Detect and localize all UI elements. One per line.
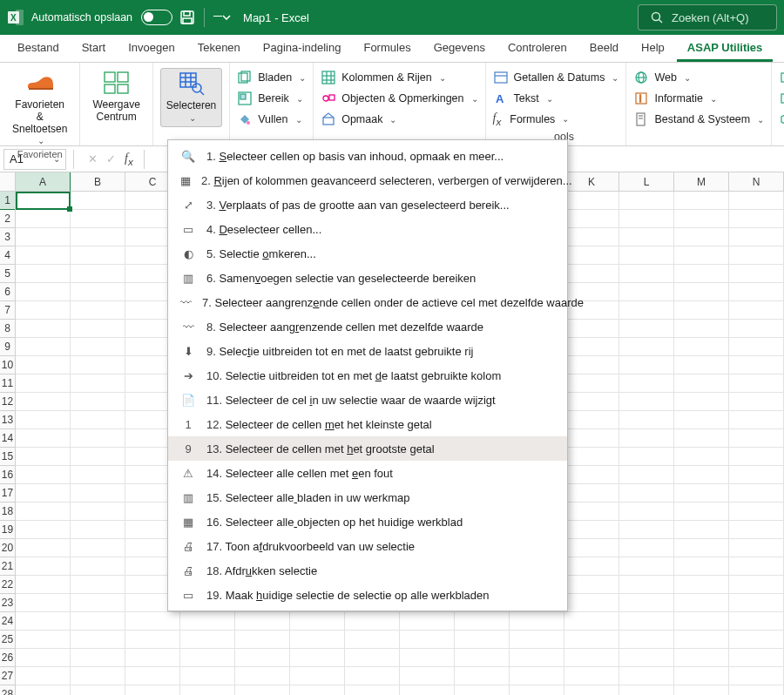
menu-item-10[interactable]: ➔10. Selectie uitbreiden tot en met de l… (168, 363, 567, 388)
cell[interactable] (564, 539, 619, 557)
cell[interactable] (290, 685, 345, 695)
cell[interactable] (71, 411, 125, 429)
cell[interactable] (619, 374, 674, 393)
cell[interactable] (71, 466, 125, 484)
menu-item-15[interactable]: ▥15. Selecteer alle bladen in uw werkmap (168, 485, 567, 509)
cell[interactable] (400, 612, 455, 631)
menu-item-6[interactable]: ▥6. Samenvoegen selectie van geselecteer… (168, 266, 567, 290)
row-header[interactable]: 25 (0, 631, 15, 649)
cell[interactable] (674, 612, 729, 631)
cancel-icon[interactable]: ✕ (88, 152, 98, 165)
cell[interactable] (71, 374, 125, 393)
ribbon-item-vullen[interactable]: Vullen ⌄ (237, 111, 306, 127)
menu-item-5[interactable]: ◐5. Selectie omkeren... (168, 241, 567, 266)
row-header[interactable]: 10 (0, 356, 15, 374)
cell[interactable] (564, 667, 619, 685)
cell[interactable] (619, 210, 674, 228)
tab-asap-utilities[interactable]: ASAP Utilities (677, 36, 773, 62)
cell[interactable] (729, 411, 784, 429)
row-header[interactable]: 11 (0, 374, 15, 393)
cell[interactable] (16, 557, 71, 576)
cell[interactable] (71, 631, 125, 649)
cell[interactable] (564, 612, 619, 631)
cell[interactable] (729, 503, 784, 521)
cell[interactable] (71, 667, 125, 685)
cell[interactable] (16, 576, 71, 594)
cell[interactable] (455, 612, 510, 631)
cell[interactable] (619, 594, 674, 612)
cell[interactable] (729, 320, 784, 338)
cell[interactable] (290, 612, 345, 631)
cell[interactable] (564, 448, 619, 466)
row-header[interactable]: 1 (0, 192, 15, 210)
cell[interactable] (674, 283, 729, 301)
tab-start[interactable]: Start (71, 36, 116, 62)
column-header[interactable]: B (71, 172, 125, 192)
cell[interactable] (455, 685, 510, 695)
cell[interactable] (71, 521, 125, 539)
cell[interactable] (125, 667, 180, 685)
row-header[interactable]: 19 (0, 521, 15, 539)
cell[interactable] (71, 557, 125, 576)
tab-tekenen[interactable]: Tekenen (187, 36, 251, 62)
autosave-toggle[interactable]: Automatisch opslaan (31, 10, 172, 25)
cell[interactable] (619, 338, 674, 356)
select-all-corner[interactable] (0, 172, 16, 192)
cell[interactable] (729, 393, 784, 411)
cell[interactable] (729, 612, 784, 631)
cell[interactable] (400, 667, 455, 685)
cell[interactable] (16, 301, 71, 320)
row-header[interactable]: 23 (0, 594, 15, 612)
cell[interactable] (729, 576, 784, 594)
ribbon-item-kolommen-rijen[interactable]: Kolommen & Rijen ⌄ (321, 70, 477, 85)
cell[interactable] (16, 521, 71, 539)
cell[interactable] (674, 192, 729, 210)
cell[interactable] (564, 466, 619, 484)
cell[interactable] (674, 631, 729, 649)
cell[interactable] (71, 612, 125, 631)
ribbon-item-bladen[interactable]: Bladen ⌄ (237, 70, 306, 85)
ribbon-item-bestand-systeem[interactable]: Bestand & Systeem ⌄ (633, 111, 764, 127)
search-box[interactable]: Zoeken (Alt+Q) (638, 4, 777, 30)
cell[interactable] (674, 356, 729, 374)
cell[interactable] (619, 356, 674, 374)
cell[interactable] (71, 649, 125, 667)
cell[interactable] (674, 667, 729, 685)
cell[interactable] (16, 265, 71, 283)
fx-icon[interactable]: fx (125, 152, 137, 167)
ribbon-item-bereik[interactable]: Bereik ⌄ (237, 91, 306, 106)
cell[interactable] (619, 301, 674, 320)
cell[interactable] (564, 411, 619, 429)
cell[interactable] (510, 649, 564, 667)
cell[interactable] (71, 685, 125, 695)
cell[interactable] (455, 631, 510, 649)
cell[interactable] (16, 228, 71, 246)
row-header[interactable]: 26 (0, 649, 15, 667)
cell[interactable] (674, 393, 729, 411)
cell[interactable] (564, 631, 619, 649)
row-header[interactable]: 27 (0, 667, 15, 685)
menu-item-1[interactable]: 🔍1. Selecteer cellen op basis van inhoud… (168, 144, 567, 168)
cell[interactable] (16, 246, 71, 265)
favorieten-button[interactable]: Favorieten & Sneltoetsen ⌄ (7, 68, 72, 149)
row-header[interactable]: 28 (0, 685, 15, 695)
cell[interactable] (619, 411, 674, 429)
cell[interactable] (619, 429, 674, 448)
cell[interactable] (674, 466, 729, 484)
cell[interactable] (674, 521, 729, 539)
cell[interactable] (510, 631, 564, 649)
cell[interactable] (729, 631, 784, 649)
cell[interactable] (71, 192, 125, 210)
cell[interactable] (564, 356, 619, 374)
cell[interactable] (235, 631, 290, 649)
row-header[interactable]: 22 (0, 576, 15, 594)
cell[interactable] (564, 320, 619, 338)
cell[interactable] (16, 667, 71, 685)
cell[interactable] (674, 338, 729, 356)
cell[interactable] (564, 246, 619, 265)
cell[interactable] (290, 667, 345, 685)
cell[interactable] (619, 283, 674, 301)
cell[interactable] (16, 356, 71, 374)
cell[interactable] (16, 466, 71, 484)
cell[interactable] (510, 612, 564, 631)
